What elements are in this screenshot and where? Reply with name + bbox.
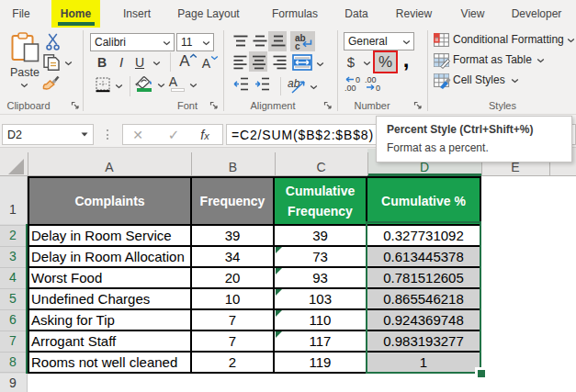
- svg-text:.00: .00: [344, 84, 356, 92]
- svg-text:0: 0: [356, 75, 360, 84]
- svg-text:0: 0: [376, 84, 380, 92]
- svg-text:.00: .00: [365, 75, 377, 84]
- svg-text:c: c: [295, 41, 300, 50]
